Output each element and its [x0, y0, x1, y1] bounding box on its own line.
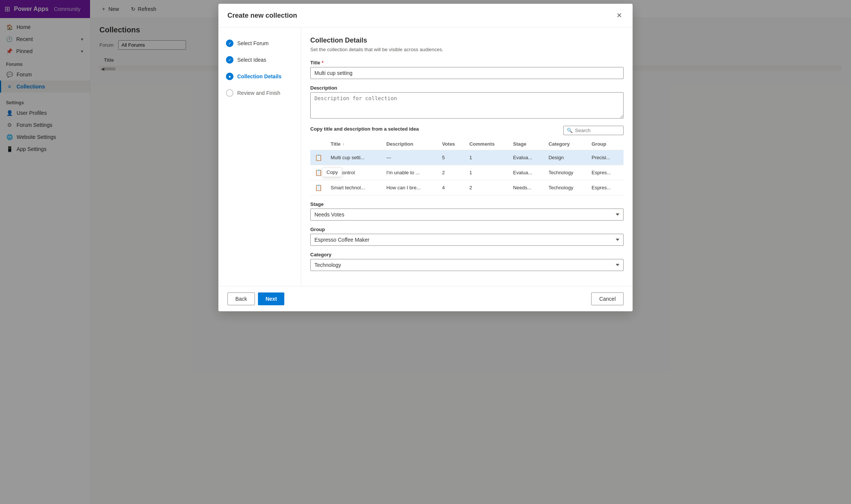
copy-icon-button[interactable]: 📋 — [314, 183, 323, 192]
search-icon: 🔍 — [567, 128, 573, 133]
cancel-button[interactable]: Cancel — [591, 292, 624, 305]
copy-section: Copy title and description from a select… — [310, 126, 624, 195]
category-label: Category — [310, 252, 624, 257]
copy-cell: 📋 — [310, 180, 327, 195]
copy-search-box[interactable]: 🔍 — [563, 126, 624, 135]
col-description: Description — [383, 138, 438, 150]
idea-cell-6: Espres... — [588, 180, 624, 195]
step-circle-1: ✓ — [226, 40, 233, 47]
idea-cell-1: How can I bre... — [383, 180, 438, 195]
idea-cell-5: Technology — [545, 165, 588, 180]
stage-select[interactable]: Needs Votes Under Review Evaluating Comp… — [310, 209, 624, 221]
description-textarea[interactable] — [310, 92, 624, 119]
idea-table-row[interactable]: 📋Smart technol...How can I bre...42Needs… — [310, 180, 624, 195]
step-circle-4 — [226, 89, 233, 97]
group-label: Group — [310, 227, 624, 232]
idea-cell-6: Precisi... — [588, 150, 624, 165]
step-review-finish-label: Review and Finish — [237, 90, 280, 96]
step-select-forum[interactable]: ✓ Select Forum — [224, 37, 295, 50]
col-category: Category — [545, 138, 588, 150]
copy-icon-button[interactable]: 📋Copy — [314, 168, 323, 177]
col-idea-title[interactable]: Title ↑ — [327, 138, 383, 150]
copy-cell: 📋Copy — [310, 165, 327, 180]
step-select-forum-label: Select Forum — [237, 40, 268, 46]
group-form-group: Group Espresso Coffee Maker Precision Br… — [310, 227, 624, 246]
modal-main-content: Collection Details Set the collection de… — [301, 27, 633, 286]
description-form-group: Description — [310, 85, 624, 120]
idea-table-row[interactable]: 📋Multi cup setti...---51Evalua...DesignP… — [310, 150, 624, 165]
category-form-group: Category Technology Design Other — [310, 252, 624, 271]
step-select-ideas[interactable]: ✓ Select Ideas — [224, 53, 295, 67]
modal-header: Create new collection ✕ — [218, 4, 633, 27]
idea-cell-6: Espres... — [588, 165, 624, 180]
copy-icon-button[interactable]: 📋 — [314, 153, 323, 162]
title-required: * — [322, 60, 323, 65]
idea-cell-4: Evalua... — [509, 165, 545, 180]
main-area: ＋ New ↻ Refresh Collections Forum Title … — [90, 0, 851, 504]
col-copy — [310, 138, 327, 150]
col-group: Group — [588, 138, 624, 150]
idea-cell-2: 2 — [438, 165, 466, 180]
sort-icon: ↑ — [343, 142, 345, 146]
modal-close-button[interactable]: ✕ — [615, 10, 624, 21]
copy-search-input[interactable] — [575, 128, 620, 133]
description-label: Description — [310, 85, 624, 91]
next-button[interactable]: Next — [258, 292, 284, 305]
idea-cell-5: Technology — [545, 180, 588, 195]
step-circle-2: ✓ — [226, 56, 233, 64]
modal-title: Create new collection — [227, 12, 297, 20]
step-collection-details-label: Collection Details — [237, 73, 281, 79]
idea-cell-0: Multi cup setti... — [327, 150, 383, 165]
step-circle-3: ● — [226, 73, 233, 80]
modal-footer: Back Next Cancel — [218, 286, 633, 311]
modal: Create new collection ✕ ✓ Select Forum ✓… — [218, 4, 633, 311]
step-select-ideas-label: Select Ideas — [237, 57, 266, 63]
idea-cell-4: Needs... — [509, 180, 545, 195]
col-comments: Comments — [465, 138, 509, 150]
copy-tooltip: Copy — [322, 167, 342, 177]
idea-table-row[interactable]: 📋Copy...te controlI'm unable to ...21Eva… — [310, 165, 624, 180]
steps-sidebar: ✓ Select Forum ✓ Select Ideas ● Collecti… — [218, 27, 301, 286]
section-title: Collection Details — [310, 37, 624, 44]
copy-section-label: Copy title and description from a select… — [310, 126, 419, 132]
stage-label: Stage — [310, 201, 624, 207]
step-review-finish[interactable]: Review and Finish — [224, 86, 295, 100]
modal-overlay: Create new collection ✕ ✓ Select Forum ✓… — [90, 0, 851, 504]
back-button[interactable]: Back — [227, 292, 255, 305]
idea-cell-1: --- — [383, 150, 438, 165]
idea-cell-1: I'm unable to ... — [383, 165, 438, 180]
title-form-group: Title * — [310, 60, 624, 79]
idea-cell-0: Smart technol... — [327, 180, 383, 195]
step-collection-details[interactable]: ● Collection Details — [224, 70, 295, 83]
title-input[interactable] — [310, 67, 624, 79]
group-select[interactable]: Espresso Coffee Maker Precision Brewer O… — [310, 234, 624, 246]
col-votes: Votes — [438, 138, 466, 150]
section-subtitle: Set the collection details that will be … — [310, 47, 624, 52]
copy-cell: 📋 — [310, 150, 327, 165]
idea-cell-3: 1 — [465, 165, 509, 180]
idea-cell-2: 5 — [438, 150, 466, 165]
title-label: Title * — [310, 60, 624, 65]
idea-cell-2: 4 — [438, 180, 466, 195]
footer-left: Back Next — [227, 292, 284, 305]
footer-right: Cancel — [591, 292, 624, 305]
idea-cell-3: 1 — [465, 150, 509, 165]
category-select[interactable]: Technology Design Other — [310, 259, 624, 271]
stage-form-group: Stage Needs Votes Under Review Evaluatin… — [310, 201, 624, 221]
idea-cell-3: 2 — [465, 180, 509, 195]
idea-cell-4: Evalua... — [509, 150, 545, 165]
col-stage: Stage — [509, 138, 545, 150]
idea-cell-5: Design — [545, 150, 588, 165]
ideas-table: Title ↑ Description Votes Comments Stage… — [310, 138, 624, 195]
modal-body: ✓ Select Forum ✓ Select Ideas ● Collecti… — [218, 27, 633, 286]
